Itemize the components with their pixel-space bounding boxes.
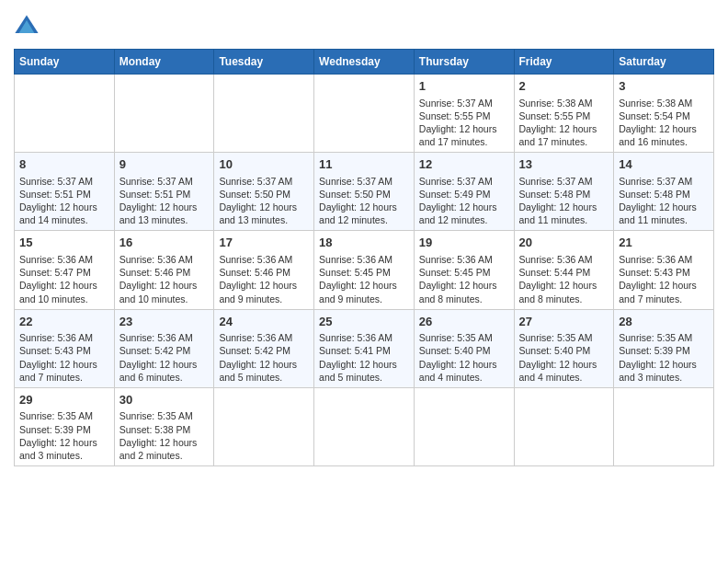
sunrise-text: Sunrise: 5:35 AM [619, 332, 692, 343]
calendar-cell [214, 75, 314, 153]
sunset-text: Sunset: 5:42 PM [219, 345, 290, 356]
calendar-cell [314, 75, 415, 153]
sunrise-text: Sunrise: 5:37 AM [19, 176, 93, 187]
day-number: 22 [19, 314, 109, 330]
col-header-friday: Friday [514, 50, 614, 75]
daylight-text: Daylight: 12 hours and 17 minutes. [519, 123, 597, 147]
sunset-text: Sunset: 5:55 PM [519, 110, 591, 121]
day-number: 20 [519, 235, 609, 251]
daylight-text: Daylight: 12 hours and 6 minutes. [119, 359, 198, 383]
calendar-cell [114, 75, 214, 153]
sunrise-text: Sunrise: 5:35 AM [119, 410, 193, 421]
sunrise-text: Sunrise: 5:36 AM [419, 254, 493, 265]
calendar-cell: 16Sunrise: 5:36 AMSunset: 5:46 PMDayligh… [114, 231, 214, 309]
day-number: 14 [619, 156, 709, 173]
day-number: 12 [419, 156, 509, 173]
header-row: SundayMondayTuesdayWednesdayThursdayFrid… [15, 50, 714, 75]
sunset-text: Sunset: 5:43 PM [19, 345, 91, 356]
day-number: 25 [319, 314, 409, 330]
day-number: 16 [119, 235, 210, 251]
day-number: 3 [619, 78, 709, 95]
calendar-cell [614, 387, 714, 465]
calendar-cell: 27Sunrise: 5:35 AMSunset: 5:40 PMDayligh… [514, 309, 614, 387]
sunrise-text: Sunrise: 5:37 AM [419, 98, 493, 109]
daylight-text: Daylight: 12 hours and 7 minutes. [19, 359, 97, 383]
sunset-text: Sunset: 5:41 PM [319, 345, 391, 356]
sunrise-text: Sunrise: 5:36 AM [19, 254, 93, 265]
day-number: 2 [519, 78, 609, 95]
col-header-sunday: Sunday [15, 50, 115, 75]
sunset-text: Sunset: 5:45 PM [419, 267, 491, 278]
calendar-cell: 21Sunrise: 5:36 AMSunset: 5:43 PMDayligh… [614, 231, 714, 309]
calendar-cell: 2Sunrise: 5:38 AMSunset: 5:55 PMDaylight… [514, 75, 614, 153]
calendar-cell: 23Sunrise: 5:36 AMSunset: 5:42 PMDayligh… [114, 309, 214, 387]
day-number: 27 [519, 314, 609, 330]
sunrise-text: Sunrise: 5:36 AM [119, 254, 193, 265]
calendar-body: 1Sunrise: 5:37 AMSunset: 5:55 PMDaylight… [15, 75, 714, 466]
logo [14, 14, 43, 40]
col-header-thursday: Thursday [414, 50, 514, 75]
daylight-text: Daylight: 12 hours and 8 minutes. [419, 280, 497, 304]
calendar-cell: 17Sunrise: 5:36 AMSunset: 5:46 PMDayligh… [214, 231, 314, 309]
col-header-saturday: Saturday [614, 50, 714, 75]
sunset-text: Sunset: 5:40 PM [419, 345, 491, 356]
daylight-text: Daylight: 12 hours and 10 minutes. [19, 280, 97, 304]
calendar-cell: 11Sunrise: 5:37 AMSunset: 5:50 PMDayligh… [314, 153, 415, 231]
sunrise-text: Sunrise: 5:36 AM [619, 254, 692, 265]
calendar-header: SundayMondayTuesdayWednesdayThursdayFrid… [15, 50, 714, 75]
sunset-text: Sunset: 5:42 PM [119, 345, 191, 356]
day-number: 19 [419, 235, 509, 251]
sunset-text: Sunset: 5:54 PM [619, 110, 690, 121]
daylight-text: Daylight: 12 hours and 13 minutes. [219, 201, 297, 225]
sunrise-text: Sunrise: 5:36 AM [319, 332, 392, 343]
daylight-text: Daylight: 12 hours and 17 minutes. [419, 123, 497, 147]
daylight-text: Daylight: 12 hours and 4 minutes. [519, 359, 597, 383]
calendar-cell: 18Sunrise: 5:36 AMSunset: 5:45 PMDayligh… [314, 231, 415, 309]
sunrise-text: Sunrise: 5:35 AM [419, 332, 493, 343]
calendar-cell: 22Sunrise: 5:36 AMSunset: 5:43 PMDayligh… [15, 309, 115, 387]
sunset-text: Sunset: 5:51 PM [119, 189, 191, 200]
col-header-tuesday: Tuesday [214, 50, 314, 75]
week-row-5: 29Sunrise: 5:35 AMSunset: 5:39 PMDayligh… [15, 387, 714, 465]
daylight-text: Daylight: 12 hours and 5 minutes. [319, 359, 397, 383]
calendar-cell: 28Sunrise: 5:35 AMSunset: 5:39 PMDayligh… [614, 309, 714, 387]
sunrise-text: Sunrise: 5:35 AM [519, 332, 593, 343]
calendar-cell: 1Sunrise: 5:37 AMSunset: 5:55 PMDaylight… [414, 75, 514, 153]
day-number: 13 [519, 156, 609, 173]
day-number: 18 [319, 235, 409, 251]
daylight-text: Daylight: 12 hours and 12 minutes. [419, 201, 497, 225]
daylight-text: Daylight: 12 hours and 11 minutes. [519, 201, 597, 225]
calendar-cell: 9Sunrise: 5:37 AMSunset: 5:51 PMDaylight… [114, 153, 214, 231]
daylight-text: Daylight: 12 hours and 3 minutes. [19, 437, 97, 461]
daylight-text: Daylight: 12 hours and 2 minutes. [119, 437, 198, 461]
calendar-cell: 10Sunrise: 5:37 AMSunset: 5:50 PMDayligh… [214, 153, 314, 231]
calendar-cell [314, 387, 415, 465]
day-number: 23 [119, 314, 210, 330]
calendar-cell: 26Sunrise: 5:35 AMSunset: 5:40 PMDayligh… [414, 309, 514, 387]
week-row-1: 1Sunrise: 5:37 AMSunset: 5:55 PMDaylight… [15, 75, 714, 153]
daylight-text: Daylight: 12 hours and 4 minutes. [419, 359, 497, 383]
calendar-cell: 29Sunrise: 5:35 AMSunset: 5:39 PMDayligh… [15, 387, 115, 465]
sunset-text: Sunset: 5:39 PM [19, 424, 91, 435]
daylight-text: Daylight: 12 hours and 12 minutes. [319, 201, 397, 225]
daylight-text: Daylight: 12 hours and 16 minutes. [619, 123, 697, 147]
calendar-cell: 3Sunrise: 5:38 AMSunset: 5:54 PMDaylight… [614, 75, 714, 153]
calendar-table: SundayMondayTuesdayWednesdayThursdayFrid… [14, 49, 714, 466]
sunrise-text: Sunrise: 5:37 AM [219, 176, 292, 187]
sunrise-text: Sunrise: 5:37 AM [519, 176, 593, 187]
calendar-cell [214, 387, 314, 465]
sunrise-text: Sunrise: 5:38 AM [519, 98, 593, 109]
day-number: 21 [619, 235, 709, 251]
sunrise-text: Sunrise: 5:38 AM [619, 98, 692, 109]
daylight-text: Daylight: 12 hours and 11 minutes. [619, 201, 697, 225]
col-header-wednesday: Wednesday [314, 50, 415, 75]
sunset-text: Sunset: 5:46 PM [119, 267, 191, 278]
sunrise-text: Sunrise: 5:36 AM [219, 332, 292, 343]
day-number: 11 [319, 156, 409, 173]
calendar-cell: 13Sunrise: 5:37 AMSunset: 5:48 PMDayligh… [514, 153, 614, 231]
calendar-cell [15, 75, 115, 153]
calendar-cell: 25Sunrise: 5:36 AMSunset: 5:41 PMDayligh… [314, 309, 415, 387]
week-row-2: 8Sunrise: 5:37 AMSunset: 5:51 PMDaylight… [15, 153, 714, 231]
day-number: 1 [419, 78, 509, 95]
day-number: 26 [419, 314, 509, 330]
